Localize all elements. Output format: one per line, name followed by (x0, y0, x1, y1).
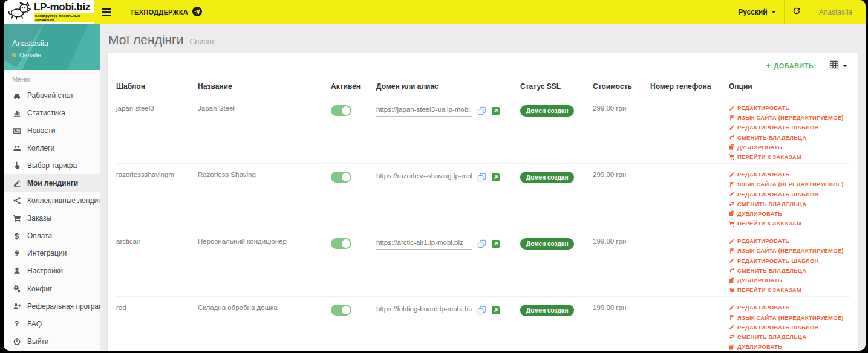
tariff-icon (12, 161, 21, 170)
chevron-down-icon (771, 11, 776, 13)
option-link-edit-template[interactable]: РЕДАКТИРОВАТЬ ШАБЛОН (729, 124, 847, 131)
duplicate-icon (729, 277, 735, 283)
copy-icon[interactable] (477, 306, 486, 315)
settings-icon (12, 267, 21, 276)
option-link-edit-template[interactable]: РЕДАКТИРОВАТЬ ШАБЛОН (729, 324, 847, 331)
edit-icon (729, 191, 735, 197)
transfer-icon (729, 201, 735, 207)
transfer-icon (729, 334, 735, 340)
option-link-label: РЕДАКТИРОВАТЬ (737, 238, 790, 244)
view-mode-dropdown[interactable] (829, 60, 847, 72)
option-link-site-language[interactable]: ЯЗЫК САЙТА (НЕРЕДАКТИРУЕМОЕ) (729, 247, 847, 254)
column-header: Стоимость (593, 79, 650, 97)
option-link-go-to-orders[interactable]: ПЕРЕЙТИ К ЗАКАЗАМ (729, 220, 847, 227)
option-link-change-owner[interactable]: СМЕНИТЬ ВЛАДЕЛЬЦА (729, 334, 847, 340)
refresh-button[interactable] (784, 0, 809, 24)
sidebar-item-faq[interactable]: ? FAQ (4, 315, 100, 332)
copy-icon[interactable] (477, 239, 486, 248)
option-link-duplicate[interactable]: ДУБЛИРОВАТЬ (729, 277, 847, 283)
cell-name: Razorless Shaving (198, 164, 331, 230)
cell-template: razorlessshavingm (116, 164, 198, 230)
option-link-edit[interactable]: РЕДАКТИРОВАТЬ (729, 304, 847, 311)
external-link-icon[interactable] (492, 240, 500, 248)
active-toggle[interactable] (331, 305, 351, 316)
user-menu[interactable]: Anastasiia (809, 0, 866, 24)
sidebar-item-config[interactable]: Конфиг (4, 280, 100, 297)
online-status-dot (12, 53, 16, 57)
copy-icon[interactable] (477, 173, 486, 182)
ssl-status-badge: Домен создан (520, 172, 574, 183)
telegram-icon (192, 7, 202, 18)
payment-icon: $ (12, 232, 21, 241)
option-link-duplicate[interactable]: ДУБЛИРОВАТЬ (729, 343, 847, 350)
active-toggle[interactable] (331, 105, 351, 116)
logo[interactable]: LP-mobi.biz Конструктор мобильных лендин… (4, 0, 94, 24)
sidebar-item-referral[interactable]: Реферальная программа (4, 297, 100, 315)
edit-icon (729, 257, 735, 264)
option-link-duplicate[interactable]: ДУБЛИРОВАТЬ (729, 210, 847, 217)
chevron-down-icon (843, 65, 847, 67)
sidebar-item-my-landings[interactable]: Мои лендинги (4, 174, 100, 192)
column-header: Опции (729, 79, 850, 97)
domain-input[interactable] (376, 304, 472, 316)
column-header: Номер телефона (650, 79, 729, 97)
sidebar-item-integrations[interactable]: Интеграции (4, 245, 100, 262)
option-link-label: ЯЗЫК САЙТА (НЕРЕДАКТИРУЕМОЕ) (737, 247, 844, 254)
sidebar-item-tariff[interactable]: Выбор тарифа (4, 157, 100, 174)
menu-section-label: Меню (4, 70, 100, 86)
external-link-icon[interactable] (492, 107, 500, 115)
option-link-edit[interactable]: РЕДАКТИРОВАТЬ (729, 238, 847, 244)
sidebar-item-payment[interactable]: $ Оплата (4, 227, 100, 245)
copy-icon[interactable] (477, 106, 486, 115)
cell-price: 299.00 грн (593, 164, 650, 230)
option-link-label: СМЕНИТЬ ВЛАДЕЛЬЦА (737, 334, 806, 340)
option-link-label: ПЕРЕЙТИ К ЗАКАЗАМ (737, 220, 801, 227)
dog-mascot-icon (7, 1, 31, 23)
option-link-label: ЯЗЫК САЙТА (НЕРЕДАКТИРУЕМОЕ) (737, 114, 844, 121)
hamburger-menu-icon[interactable] (94, 0, 119, 24)
support-button[interactable]: ТЕХПОДДЕРЖКА (119, 0, 213, 24)
option-link-label: ДУБЛИРОВАТЬ (737, 277, 782, 283)
domain-input[interactable] (376, 171, 472, 183)
add-landing-button[interactable]: + ДОБАВИТЬ (766, 61, 814, 71)
sidebar-item-label: Оплата (27, 232, 52, 240)
external-link-icon[interactable] (492, 173, 500, 181)
option-link-label: РЕДАКТИРОВАТЬ ШАБЛОН (737, 324, 819, 331)
option-link-change-owner[interactable]: СМЕНИТЬ ВЛАДЕЛЬЦА (729, 201, 847, 207)
table-row: japan-steel3 Japan Steel (116, 97, 850, 164)
language-dropdown[interactable]: Русский (730, 0, 784, 24)
domain-input[interactable] (376, 238, 472, 250)
sidebar-item-orders[interactable]: Заказы (4, 210, 100, 227)
option-link-edit[interactable]: РЕДАКТИРОВАТЬ (729, 105, 847, 111)
option-link-site-language[interactable]: ЯЗЫК САЙТА (НЕРЕДАКТИРУЕМОЕ) (729, 314, 847, 321)
sidebar-item-settings[interactable]: Настройки (4, 262, 100, 280)
edit-icon (729, 105, 735, 111)
option-link-go-to-orders[interactable]: ПЕРЕЙТИ К ЗАКАЗАМ (729, 154, 847, 160)
active-toggle[interactable] (331, 172, 351, 183)
sidebar-item-label: Выйти (27, 337, 49, 346)
option-link-label: ЯЗЫК САЙТА (НЕРЕДАКТИРУЕМОЕ) (737, 181, 844, 187)
option-link-change-owner[interactable]: СМЕНИТЬ ВЛАДЕЛЬЦА (729, 267, 847, 274)
option-link-go-to-orders[interactable]: ПЕРЕЙТИ К ЗАКАЗАМ (729, 287, 847, 293)
option-link-site-language[interactable]: ЯЗЫК САЙТА (НЕРЕДАКТИРУЕМОЕ) (729, 181, 847, 187)
active-toggle[interactable] (331, 238, 351, 249)
option-link-label: СМЕНИТЬ ВЛАДЕЛЬЦА (737, 267, 806, 274)
option-link-change-owner[interactable]: СМЕНИТЬ ВЛАДЕЛЬЦА (729, 134, 847, 141)
option-link-duplicate[interactable]: ДУБЛИРОВАТЬ (729, 144, 847, 151)
sidebar-item-label: Интеграции (27, 249, 67, 257)
sidebar-item-logout[interactable]: Выйти (4, 332, 100, 350)
sidebar-item-collective-landings[interactable]: Коллективные лендинги (4, 192, 100, 210)
sidebar-item-label: Конфиг (27, 285, 52, 293)
option-link-site-language[interactable]: ЯЗЫК САЙТА (НЕРЕДАКТИРУЕМОЕ) (729, 114, 847, 121)
option-link-edit[interactable]: РЕДАКТИРОВАТЬ (729, 171, 847, 178)
sidebar-item-desktop[interactable]: Рабочий стол (4, 86, 100, 104)
option-link-edit-template[interactable]: РЕДАКТИРОВАТЬ ШАБЛОН (729, 191, 847, 198)
option-link-edit-template[interactable]: РЕДАКТИРОВАТЬ ШАБЛОН (729, 257, 847, 264)
cell-price: 299.00 грн (593, 97, 650, 164)
external-link-icon[interactable] (492, 306, 500, 314)
sidebar-item-colleagues[interactable]: Коллеги (4, 139, 100, 157)
sidebar-item-statistics[interactable]: Статистика (4, 104, 100, 121)
config-icon (12, 284, 21, 293)
domain-input[interactable] (376, 105, 472, 117)
sidebar-item-news[interactable]: Новости (4, 121, 100, 139)
